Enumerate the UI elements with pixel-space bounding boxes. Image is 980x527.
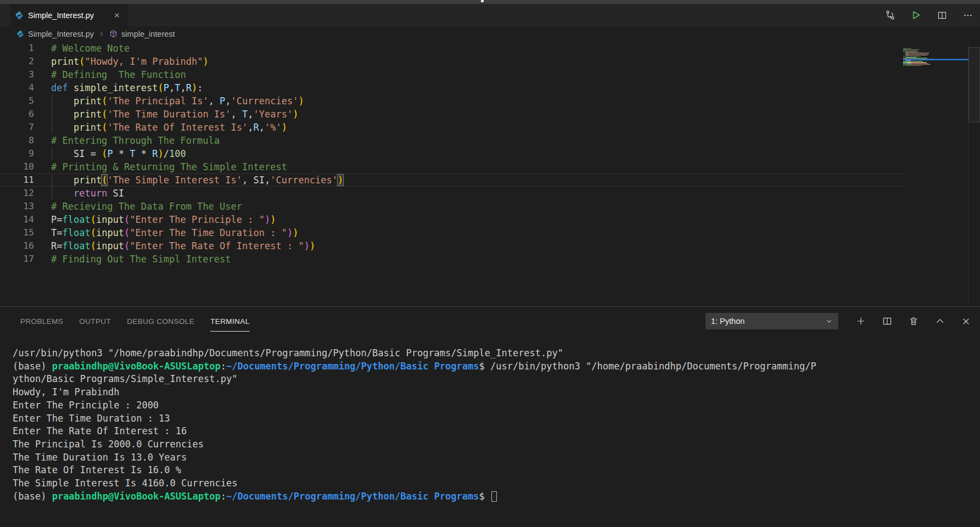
more-actions-icon[interactable] bbox=[962, 10, 973, 20]
terminal-line-10: The Rate Of Interest Is 16.0 % bbox=[13, 464, 977, 477]
tab-output[interactable]: OUTPUT bbox=[79, 307, 111, 335]
tab-debug-console[interactable]: DEBUG CONSOLE bbox=[127, 307, 194, 335]
titlebar-artifact bbox=[481, 0, 484, 2]
code-line-13[interactable]: 13# Recieving The Data From The User bbox=[0, 200, 903, 213]
close-panel-icon[interactable] bbox=[961, 316, 971, 327]
code-line-16[interactable]: 16R=float(input("Enter The Rate Of Inter… bbox=[0, 239, 903, 253]
code-lines: 1# Welcome Note2print("Howdy, I'm Prabin… bbox=[0, 42, 903, 266]
editor-tab-bar: Simple_Interest.py bbox=[0, 4, 980, 26]
code-line-14[interactable]: 14P=float(input("Enter The Principle : "… bbox=[0, 213, 903, 226]
terminal-line-7: Enter The Rate Of Interest : 16 bbox=[13, 425, 977, 438]
python-file-icon bbox=[15, 11, 24, 20]
split-terminal-icon[interactable] bbox=[882, 316, 892, 327]
minimap[interactable] bbox=[903, 48, 968, 66]
code-line-10[interactable]: 10# Printing & Returning The Simple Inte… bbox=[0, 160, 903, 173]
breadcrumb: Simple_Interest.py simple_interest bbox=[0, 26, 980, 41]
tab-close-icon[interactable] bbox=[111, 10, 122, 21]
kill-terminal-icon[interactable] bbox=[908, 316, 919, 327]
terminal-line-3: ython/Basic Programs/Simple_Interest.py" bbox=[13, 373, 977, 386]
bottom-panel: PROBLEMS OUTPUT DEBUG CONSOLE TERMINAL 1… bbox=[0, 306, 980, 527]
code-line-4[interactable]: 4def simple_interest(P,T,R): bbox=[0, 81, 903, 94]
terminal-line-5: Enter The Principle : 2000 bbox=[13, 399, 977, 412]
symbol-method-icon bbox=[109, 30, 117, 38]
editor-scrollbar[interactable] bbox=[968, 47, 980, 122]
terminal-line-8: The Principal Is 2000.0 Currencies bbox=[13, 438, 977, 451]
terminal-line-2: (base) praabindhp@VivoBook-ASUSLaptop:~/… bbox=[13, 360, 977, 373]
terminal-line-4: Howdy, I'm Prabindh bbox=[13, 386, 977, 399]
tab-label: Simple_Interest.py bbox=[28, 11, 111, 20]
terminal-instance-select[interactable]: 1: Python bbox=[705, 313, 838, 329]
window-titlebar-strip bbox=[0, 0, 980, 4]
code-line-12[interactable]: 12 return SI bbox=[0, 187, 903, 200]
tab-terminal[interactable]: TERMINAL bbox=[210, 307, 249, 335]
terminal-line-6: Enter The Time Duration : 13 bbox=[13, 412, 977, 425]
split-editor-icon[interactable] bbox=[937, 10, 947, 20]
terminal-cursor bbox=[491, 491, 497, 502]
code-line-5[interactable]: 5 print('The Principal Is', P,'Currencie… bbox=[0, 94, 903, 108]
minimap-current-line bbox=[903, 59, 968, 60]
code-line-3[interactable]: 3# Defining The Function bbox=[0, 68, 903, 81]
editor-actions bbox=[885, 4, 973, 26]
breadcrumb-symbol[interactable]: simple_interest bbox=[121, 30, 175, 38]
tab-problems[interactable]: PROBLEMS bbox=[20, 307, 63, 335]
panel-controls: 1: Python bbox=[705, 307, 971, 335]
maximize-panel-icon[interactable] bbox=[934, 316, 945, 327]
run-python-file-icon[interactable] bbox=[911, 10, 921, 20]
code-line-1[interactable]: 1# Welcome Note bbox=[0, 42, 903, 55]
code-line-9[interactable]: 9 SI = (P * T * R)/100 bbox=[0, 147, 903, 160]
tab-simple-interest-py[interactable]: Simple_Interest.py bbox=[10, 4, 128, 26]
terminal-line-9: The Time Duration Is 13.0 Years bbox=[13, 451, 977, 464]
terminal-line-11: The Simple Interest Is 4160.0 Currencies bbox=[13, 477, 977, 490]
code-line-11[interactable]: 11 print('The Simple Interest Is', SI,'C… bbox=[0, 173, 903, 187]
python-file-icon-small bbox=[16, 30, 24, 38]
new-terminal-icon[interactable] bbox=[855, 316, 866, 327]
code-editor: 1# Welcome Note2print("Howdy, I'm Prabin… bbox=[0, 41, 980, 306]
code-line-7[interactable]: 7 print('The Rate Of Interest Is',R,'%') bbox=[0, 121, 903, 134]
code-line-8[interactable]: 8# Entering Through The Formula bbox=[0, 134, 903, 147]
chevron-down-icon bbox=[825, 317, 833, 325]
code-line-15[interactable]: 15T=float(input("Enter The Time Duration… bbox=[0, 226, 903, 239]
terminal-output[interactable]: /usr/bin/python3 "/home/praabindhp/Docum… bbox=[13, 347, 977, 503]
open-changes-icon[interactable] bbox=[885, 10, 895, 20]
code-line-2[interactable]: 2print("Howdy, I'm Prabindh") bbox=[0, 55, 903, 68]
terminal-line-1: /usr/bin/python3 "/home/praabindhp/Docum… bbox=[13, 347, 977, 360]
terminal-line-12: (base) praabindhp@VivoBook-ASUSLaptop:~/… bbox=[13, 490, 977, 503]
panel-header: PROBLEMS OUTPUT DEBUG CONSOLE TERMINAL 1… bbox=[0, 307, 980, 335]
breadcrumb-file[interactable]: Simple_Interest.py bbox=[28, 30, 94, 38]
chevron-right-icon bbox=[98, 30, 105, 38]
code-line-6[interactable]: 6 print('The Time Duration Is', T,'Years… bbox=[0, 108, 903, 121]
code-line-17[interactable]: 17# Finding Out The Simpl Interest bbox=[0, 253, 903, 266]
terminal-instance-label: 1: Python bbox=[711, 317, 744, 326]
